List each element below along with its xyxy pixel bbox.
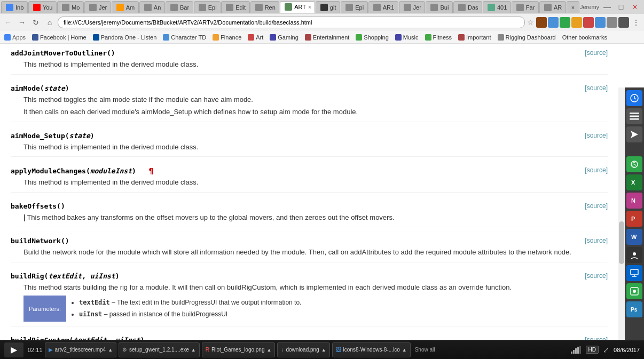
- scrollbar-thumb[interactable]: [619, 221, 624, 264]
- bookmark-music[interactable]: Music: [393, 34, 421, 41]
- tab-favicon: [62, 4, 69, 11]
- reload-button[interactable]: ↻: [30, 17, 42, 28]
- method-signature: buildRigCustom(textEdit, uiInst): [11, 336, 144, 340]
- sidebar-send-icon[interactable]: [626, 126, 642, 142]
- bookmark-fitness[interactable]: Fitness: [423, 34, 454, 41]
- source-link[interactable]: [source]: [585, 336, 608, 340]
- method-entry: bakeOffsets() [source] This method bakes…: [11, 202, 608, 228]
- source-link[interactable]: [source]: [585, 237, 608, 244]
- scrollbar-track[interactable]: [618, 87, 625, 340]
- ext-icon-3[interactable]: [560, 17, 570, 28]
- sidebar-green-icon[interactable]: S: [626, 156, 642, 172]
- tab-bar[interactable]: Bar: [166, 1, 193, 13]
- text-cursor: [24, 214, 25, 221]
- tab-ar1[interactable]: AR1: [368, 1, 398, 13]
- sidebar-pc-icon[interactable]: [626, 265, 642, 281]
- tab-inb[interactable]: Inb: [1, 1, 28, 13]
- tab-bar[interactable]: Inb You Mo Jer Am An Bar Epi Edit Ren AR…: [0, 0, 644, 14]
- sidebar-ps-icon[interactable]: Ps: [626, 301, 642, 317]
- source-link[interactable]: [source]: [585, 84, 608, 92]
- paragraph-marker[interactable]: ¶: [149, 166, 153, 175]
- fullscreen-icon[interactable]: ⤢: [603, 346, 609, 354]
- sidebar-onenote-icon[interactable]: N: [626, 193, 642, 209]
- ext-icon-2[interactable]: [548, 17, 559, 28]
- extensions-menu-button[interactable]: ⋮: [630, 17, 642, 28]
- sidebar-green2-icon[interactable]: [626, 283, 642, 299]
- playback-time: 02:11: [28, 347, 43, 353]
- method-signature: aimMode_Setup(state): [11, 132, 95, 140]
- method-entry: buildNetwork() [source] Build the networ…: [11, 237, 608, 262]
- tab-close-all[interactable]: ×: [567, 1, 579, 13]
- address-input[interactable]: [58, 17, 525, 28]
- method-description: This method is implemented in the derive…: [23, 59, 608, 70]
- bookmark-important[interactable]: Important: [456, 34, 493, 41]
- finance-icon: [213, 34, 219, 41]
- bookmark-rigging-dashboard[interactable]: Rigging Dashboard: [496, 34, 558, 41]
- taskbar-file-2[interactable]: ⚙ setup_gwent_1.2.1....exe ▲: [119, 342, 200, 357]
- tab-jer2[interactable]: Jer: [399, 1, 426, 13]
- sidebar-layers-icon[interactable]: [626, 108, 642, 124]
- back-button[interactable]: ←: [2, 17, 14, 28]
- tab-bui[interactable]: Bui: [426, 1, 453, 13]
- ext-icon-7[interactable]: [607, 17, 617, 28]
- home-button[interactable]: ⌂: [44, 17, 56, 28]
- svg-marker-6: [631, 131, 638, 138]
- tab-far[interactable]: Far: [512, 1, 539, 13]
- bookmark-star-icon[interactable]: ☆: [527, 18, 534, 27]
- bookmark-finance[interactable]: Finance: [210, 34, 244, 41]
- sidebar-ppt-icon[interactable]: P: [626, 211, 642, 227]
- tab-jer1[interactable]: Jer: [84, 1, 111, 13]
- bookmark-gaming[interactable]: Gaming: [268, 34, 301, 41]
- arrow-up-icon: ▲: [321, 347, 326, 353]
- bookmark-shopping[interactable]: Shopping: [354, 34, 391, 41]
- tab-art[interactable]: ART ×: [280, 1, 315, 13]
- tab-am[interactable]: Am: [112, 1, 139, 13]
- source-link[interactable]: [source]: [585, 166, 608, 174]
- tab-das[interactable]: Das: [453, 1, 482, 13]
- tab-close-icon[interactable]: ×: [308, 4, 311, 10]
- right-sidebar: S X N P W: [625, 87, 644, 340]
- forward-button[interactable]: →: [16, 17, 28, 28]
- bookmark-other[interactable]: Other bookmarks: [560, 34, 609, 41]
- tab-edit[interactable]: Edit: [221, 1, 249, 13]
- tab-401[interactable]: 401: [483, 1, 511, 13]
- apps-bookmark[interactable]: Apps: [2, 34, 28, 41]
- taskbar-file-4[interactable]: ↓ download.png ▲: [277, 342, 329, 357]
- maximize-button[interactable]: □: [615, 1, 627, 13]
- minimize-button[interactable]: —: [601, 1, 613, 13]
- sidebar-github-icon[interactable]: [626, 247, 642, 263]
- play-button[interactable]: ▶: [4, 342, 23, 357]
- bookmark-character-td[interactable]: Character TD: [161, 34, 208, 41]
- tab-favicon: [404, 4, 411, 11]
- source-link[interactable]: [source]: [585, 272, 608, 280]
- tab-an[interactable]: An: [139, 1, 165, 13]
- tab-you[interactable]: You: [28, 1, 57, 13]
- tab-mo[interactable]: Mo: [57, 1, 84, 13]
- ext-icon-4[interactable]: [571, 17, 582, 28]
- sidebar-excel-icon[interactable]: X: [626, 174, 642, 190]
- ext-icon-8[interactable]: [618, 17, 629, 28]
- tab-ren[interactable]: Ren: [250, 1, 280, 13]
- ext-icon-6[interactable]: [595, 17, 606, 28]
- bookmark-art[interactable]: Art: [246, 34, 265, 41]
- source-link[interactable]: [source]: [585, 49, 608, 57]
- bookmark-entertainment[interactable]: Entertainment: [303, 34, 351, 41]
- close-button[interactable]: ×: [629, 1, 641, 13]
- source-link[interactable]: [source]: [585, 202, 608, 210]
- taskbar-file-3[interactable]: R Riot_Games_logo.png ▲: [202, 342, 276, 357]
- ext-icon-1[interactable]: [536, 17, 547, 28]
- taskbar-file-1[interactable]: ▶ artv2_titlescreen.mp4 ▲: [45, 342, 117, 357]
- tab-ar2[interactable]: AR: [539, 1, 566, 13]
- taskbar-file-5[interactable]: 🖼 icons8-Windows-8-...ico ▲: [332, 342, 411, 357]
- sidebar-clock-icon[interactable]: [626, 90, 642, 106]
- bookmark-pandora[interactable]: Pandora One - Listen: [91, 34, 159, 41]
- sidebar-word-icon[interactable]: W: [626, 229, 642, 245]
- show-all-button[interactable]: Show all: [413, 347, 437, 353]
- tab-epi1[interactable]: Epi: [194, 1, 221, 13]
- method-name: buildRigCustom(textEdit, uiInst): [11, 336, 144, 340]
- tab-epi2[interactable]: Epi: [341, 1, 368, 13]
- bookmark-facebook[interactable]: Facebook | Home: [30, 34, 89, 41]
- tab-git[interactable]: git: [316, 1, 340, 13]
- source-link[interactable]: [source]: [585, 132, 608, 139]
- ext-icon-5[interactable]: [583, 17, 594, 28]
